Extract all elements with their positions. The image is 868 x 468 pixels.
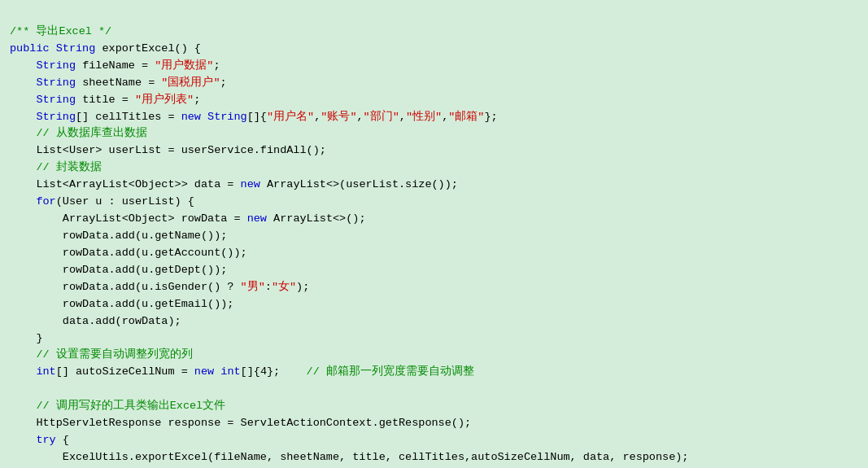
comment-autosize2: // 邮箱那一列宽度需要自动调整 — [307, 365, 474, 378]
string-ct2: "账号" — [321, 111, 356, 123]
type-list2: List<ArrayList<Object>> data = — [36, 178, 240, 190]
string-male: "男" — [241, 281, 265, 293]
rowdata-add5: rowData.add(u.getEmail()); — [63, 298, 234, 310]
keyword-string-5: String — [36, 111, 76, 123]
type-list: List< — [36, 144, 69, 156]
keyword-new: new — [181, 111, 201, 123]
comment-line-1: /** 导出Excel */ — [10, 25, 111, 37]
string-ct3: "部门" — [364, 111, 399, 123]
keyword-string-6: String — [207, 111, 247, 123]
keyword-new3: new — [247, 212, 267, 225]
keyword-string-4: String — [36, 94, 76, 106]
httpservlet-response: HttpServletResponse response = ServletAc… — [36, 417, 471, 429]
string-female: "女" — [272, 281, 296, 293]
method-name: exportExcel() { — [102, 42, 201, 55]
rowdata-add2: rowData.add(u.getAccount()); — [63, 247, 247, 259]
comment-query: // 从数据库查出数据 — [36, 127, 146, 139]
rowdata-add1: rowData.add(u.getName()); — [63, 230, 228, 242]
type-user: User — [69, 144, 95, 156]
rowdata-add4: rowData.add(u.isGender() ? — [63, 281, 241, 293]
keyword-string-3: String — [36, 77, 76, 89]
code-editor: /** 导出Excel */ public String exportExcel… — [10, 7, 858, 468]
string-sheetname: "国税用户" — [161, 77, 220, 89]
string-ct5: "邮箱" — [448, 111, 484, 123]
string-title: "用户列表" — [135, 94, 194, 106]
var-title: title = — [82, 94, 135, 106]
type-arraylist: ArrayList<Object> rowData = — [63, 212, 247, 225]
excelutils-call: ExcelUtils.exportExcel(fileName, sheetNa… — [63, 451, 689, 463]
keyword-string: String — [56, 42, 96, 55]
string-ct1: "用户名" — [267, 111, 314, 123]
type-user2: User — [63, 195, 89, 208]
var-sheetname: sheetName = — [82, 77, 161, 89]
keyword-string-2: String — [36, 59, 76, 72]
comment-export: // 调用写好的工具类输出Excel文件 — [36, 400, 225, 412]
rowdata-add3: rowData.add(u.getDept()); — [63, 264, 228, 276]
keyword-try: try — [36, 434, 55, 446]
array-bracket: [] cellTitles = — [76, 111, 181, 123]
comment-pack: // 封装数据 — [36, 161, 101, 173]
data-add: data.add(rowData); — [63, 315, 181, 327]
var-filename: fileName = — [82, 59, 155, 72]
keyword-int2: int — [220, 365, 240, 378]
keyword-for: for — [36, 195, 55, 208]
comment-autosize: // 设置需要自动调整列宽的列 — [36, 348, 192, 361]
string-ct4: "性别" — [406, 111, 442, 123]
keyword-new4: new — [194, 365, 214, 378]
keyword-public: public — [10, 42, 50, 55]
keyword-int: int — [36, 365, 55, 378]
keyword-new2: new — [241, 178, 260, 190]
string-filename: "用户数据" — [155, 59, 213, 72]
